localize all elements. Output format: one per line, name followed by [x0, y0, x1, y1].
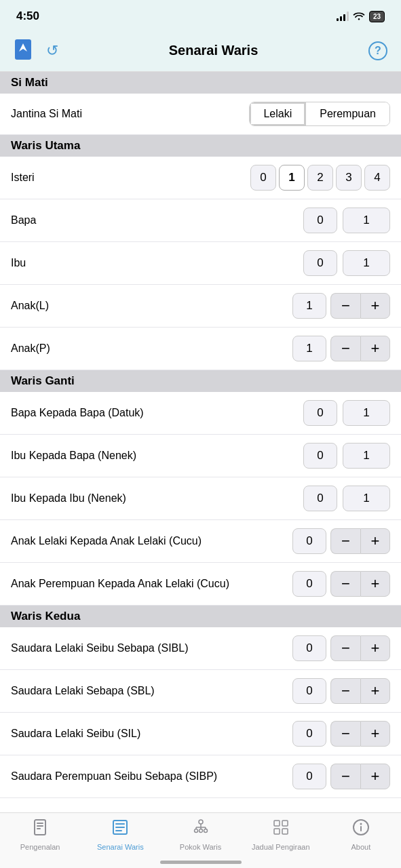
row-sibl: Saudara Lelaki Seibu Sebapa (SIBL)0−+ — [0, 627, 401, 670]
pm-value-anak-p: 1 — [292, 336, 326, 361]
svg-rect-19 — [274, 821, 280, 826]
label-sibp: Saudara Perempuan Seibu Sebapa (SIBP) — [11, 770, 292, 783]
label-jantina: Jantina Si Mati — [11, 108, 249, 120]
svg-rect-8 — [115, 827, 125, 828]
gender-btn-perempuan[interactable]: Perempuan — [306, 102, 389, 125]
toggle-alt-bapa-kepada-bapa[interactable]: 1 — [343, 400, 390, 426]
num-selector-isteri: 01234 — [250, 165, 390, 191]
toggle-stepper-ibu-kepada-bapa: 01 — [303, 443, 390, 469]
pm-minus-sibp[interactable]: − — [330, 764, 360, 789]
pm-stepper-anak-p: 1−+ — [292, 336, 390, 361]
label-anak-perempuan-cucu: Anak Perempuan Kepada Anak Lelaki (Cucu) — [11, 578, 292, 590]
toggle-alt-ibu-kepada-ibu[interactable]: 1 — [343, 486, 390, 511]
toggle-value-ibu[interactable]: 0 — [303, 250, 337, 276]
pm-value-sibp: 0 — [292, 764, 326, 789]
pm-value-anak-perempuan-cucu: 0 — [292, 571, 326, 597]
row-anak-p: Anak(P)1−+ — [0, 328, 401, 370]
svg-rect-2 — [35, 820, 45, 835]
toggle-alt-bapa[interactable]: 1 — [343, 208, 390, 233]
label-sbl: Saudara Lelaki Sebapa (SBL) — [11, 685, 292, 697]
row-ibu-kepada-bapa: Ibu Kepada Bapa (Nenek)01 — [0, 435, 401, 477]
help-button[interactable]: ? — [366, 39, 390, 63]
toggle-stepper-bapa: 01 — [303, 208, 390, 233]
svg-rect-9 — [115, 830, 122, 831]
senarai-waris-icon — [111, 818, 129, 841]
toggle-value-ibu-kepada-bapa[interactable]: 0 — [303, 443, 337, 469]
tab-senarai-waris-label: Senarai Waris — [97, 843, 144, 851]
label-bapa: Bapa — [11, 214, 303, 226]
svg-point-13 — [204, 829, 207, 833]
toggle-stepper-ibu: 01 — [303, 250, 390, 276]
label-isteri: Isteri — [11, 172, 250, 184]
pm-value-anak-l: 1 — [292, 293, 326, 319]
pm-value-sbl: 0 — [292, 678, 326, 704]
help-icon: ? — [368, 41, 387, 60]
svg-rect-0 — [15, 39, 31, 60]
svg-rect-7 — [115, 823, 125, 825]
toggle-alt-ibu-kepada-bapa[interactable]: 1 — [343, 443, 390, 469]
gender-btn-lelaki[interactable]: Lelaki — [250, 102, 305, 125]
tab-jadual-label: Jadual Pengiraan — [252, 843, 310, 851]
pm-stepper-anak-l: 1−+ — [292, 293, 390, 319]
label-ibu-kepada-ibu: Ibu Kepada Ibu (Nenek) — [11, 492, 303, 505]
signal-icon — [337, 12, 349, 21]
pm-plus-anak-perempuan-cucu[interactable]: + — [360, 571, 390, 597]
svg-rect-4 — [37, 825, 43, 827]
pm-minus-anak-l[interactable]: − — [330, 293, 360, 319]
svg-point-12 — [199, 829, 202, 833]
section-header-waris-utama: Waris Utama — [0, 135, 401, 157]
home-indicator — [160, 861, 242, 864]
tab-pengenalan-label: Pengenalan — [20, 843, 60, 851]
pm-minus-anak-lelaki-cucu[interactable]: − — [330, 528, 360, 554]
row-isteri: Isteri01234 — [0, 157, 401, 199]
pm-minus-anak-perempuan-cucu[interactable]: − — [330, 571, 360, 597]
svg-rect-25 — [360, 826, 362, 831]
refresh-button[interactable]: ↺ — [43, 39, 61, 62]
num-btn-isteri-4[interactable]: 4 — [364, 165, 390, 191]
num-btn-isteri-0[interactable]: 0 — [250, 165, 276, 191]
num-btn-isteri-1[interactable]: 1 — [279, 165, 305, 191]
tab-about[interactable]: About — [321, 818, 401, 851]
status-time: 4:50 — [16, 9, 39, 23]
pm-minus-sil[interactable]: − — [330, 721, 360, 747]
label-sibl: Saudara Lelaki Seibu Sebapa (SIBL) — [11, 642, 292, 654]
tab-jadual-pengiraan[interactable]: Jadual Pengiraan — [241, 818, 321, 851]
pm-value-anak-lelaki-cucu: 0 — [292, 528, 326, 554]
pm-plus-sil[interactable]: + — [360, 721, 390, 747]
row-anak-perempuan-cucu: Anak Perempuan Kepada Anak Lelaki (Cucu)… — [0, 563, 401, 606]
tab-senarai-waris[interactable]: Senarai Waris — [80, 818, 160, 851]
toggle-value-ibu-kepada-ibu[interactable]: 0 — [303, 486, 337, 511]
pm-plus-anak-p[interactable]: + — [360, 336, 390, 361]
status-bar: 4:50 23 — [0, 0, 401, 30]
pm-stepper-sil: 0−+ — [292, 721, 390, 747]
nav-left-group: ↺ — [11, 35, 61, 66]
pm-minus-sbl[interactable]: − — [330, 678, 360, 704]
toggle-alt-ibu[interactable]: 1 — [343, 250, 390, 276]
svg-rect-22 — [282, 829, 288, 834]
label-sil: Saudara Lelaki Seibu (SIL) — [11, 728, 292, 740]
num-btn-isteri-3[interactable]: 3 — [336, 165, 362, 191]
pm-plus-sibl[interactable]: + — [360, 635, 390, 661]
row-anak-l: Anak(L)1−+ — [0, 285, 401, 328]
bookmark-button[interactable] — [11, 35, 35, 66]
pm-minus-anak-p[interactable]: − — [330, 336, 360, 361]
bookmark-icon — [14, 38, 33, 61]
pm-plus-sbl[interactable]: + — [360, 678, 390, 704]
pm-plus-sibp[interactable]: + — [360, 764, 390, 789]
pm-stepper-anak-perempuan-cucu: 0−+ — [292, 571, 390, 597]
tab-pokok-waris[interactable]: Pokok Waris — [160, 818, 240, 851]
pm-minus-sibl[interactable]: − — [330, 635, 360, 661]
row-anak-lelaki-cucu: Anak Lelaki Kepada Anak Lelaki (Cucu)0−+ — [0, 520, 401, 563]
toggle-stepper-ibu-kepada-ibu: 01 — [303, 486, 390, 511]
svg-rect-5 — [37, 828, 41, 829]
main-content: Si MatiJantina Si MatiLelakiPerempuanWar… — [0, 72, 401, 852]
pm-plus-anak-l[interactable]: + — [360, 293, 390, 319]
pm-plus-anak-lelaki-cucu[interactable]: + — [360, 528, 390, 554]
toggle-value-bapa-kepada-bapa[interactable]: 0 — [303, 400, 337, 426]
label-anak-lelaki-cucu: Anak Lelaki Kepada Anak Lelaki (Cucu) — [11, 535, 292, 547]
num-btn-isteri-2[interactable]: 2 — [307, 165, 333, 191]
tab-pengenalan[interactable]: Pengenalan — [0, 818, 80, 851]
jadual-icon — [272, 818, 290, 841]
toggle-value-bapa[interactable]: 0 — [303, 208, 337, 233]
page-title: Senarai Waris — [169, 43, 259, 58]
